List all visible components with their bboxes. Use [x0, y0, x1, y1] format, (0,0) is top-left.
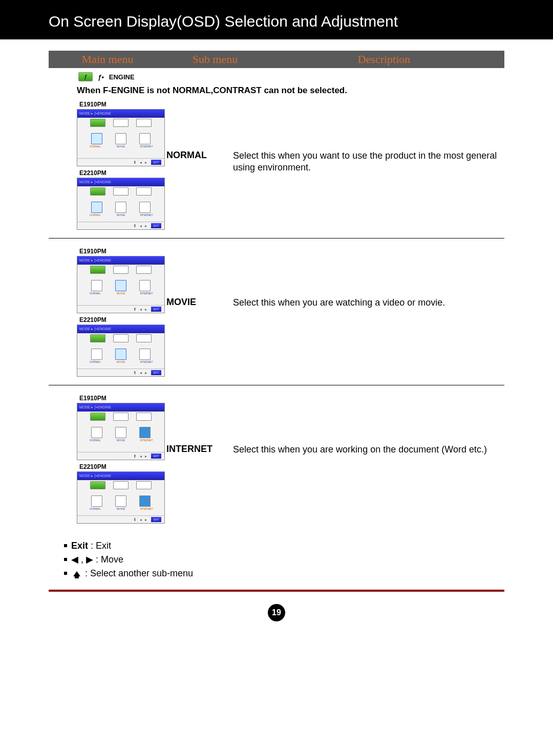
exit-button-icon: EXIT	[151, 160, 161, 165]
desc-internet: Select this when you are working on the …	[233, 393, 504, 456]
bullet-icon	[64, 558, 67, 561]
osd-tab-icon	[113, 413, 129, 421]
osd-icon-label: INTERNET	[139, 439, 154, 442]
osd-mode-icon	[139, 349, 151, 360]
nav-arrows-icon: ⬆ ◂ ▸	[133, 160, 148, 165]
osd-mode-icon	[91, 202, 102, 213]
osd-tab-icon	[113, 119, 129, 127]
osd-tab-icon	[113, 187, 129, 196]
osd-screenshot: MODE ▸ ƒ•ENGINE NORMALMOVIEINTERNET ⬆ ◂ …	[77, 471, 165, 524]
exit-button-icon: EXIT	[151, 370, 161, 375]
osd-mode-icon	[139, 427, 151, 438]
bullet-icon	[64, 544, 67, 547]
nav-arrows-icon: ⬆ ◂ ▸	[133, 517, 148, 522]
engine-prefix: ƒ•	[98, 73, 104, 81]
exit-button-icon: EXIT	[151, 223, 161, 228]
model-label: E1910PM	[79, 248, 166, 255]
table-header: Main menu Sub menu Description	[49, 51, 504, 68]
osd-icon-label: NORMAL	[88, 507, 102, 510]
osd-tab-icon	[136, 119, 152, 127]
osd-breadcrumb: MODE ▸ ƒ•ENGINE	[77, 110, 164, 118]
page-number: 19	[268, 604, 285, 621]
model-label: E2210PM	[79, 169, 166, 177]
submenu-movie: MOVIE	[166, 246, 233, 308]
osd-mode-icon	[115, 133, 126, 144]
osd-mode-icon	[115, 495, 126, 507]
osd-tab-icon	[90, 119, 105, 127]
submenu-internet: INTERNET	[166, 393, 233, 455]
nav-arrows-icon: ⬆ ◂ ▸	[133, 454, 148, 459]
submenu-normal: NORMAL	[166, 99, 233, 161]
osd-screenshot: MODE ▸ ƒ•ENGINE NORMALMOVIEINTERNET ⬆ ◂ …	[77, 109, 165, 166]
engine-indicator: ƒ ƒ• ENGINE	[49, 68, 504, 83]
osd-mode-icon	[139, 280, 151, 291]
model-label: E1910PM	[79, 101, 166, 108]
engine-label: ENGINE	[109, 73, 135, 81]
model-label: E2210PM	[79, 463, 166, 470]
osd-tab-icon	[90, 334, 105, 342]
osd-icon-label: MOVIE	[114, 439, 128, 442]
osd-tab-icon	[113, 266, 129, 274]
exit-button-icon: EXIT	[151, 307, 161, 312]
osd-tab-icon	[136, 481, 152, 489]
legend-exit-label: Exit	[71, 541, 88, 551]
model-label: E1910PM	[79, 395, 166, 402]
row-movie: E1910PM MODE ▸ ƒ•ENGINE NORMALMOVIEINTER…	[49, 246, 504, 385]
osd-icon-label: MOVIE	[114, 360, 128, 363]
desc-movie: Select this when you are watching a vide…	[233, 246, 504, 309]
osd-mode-icon	[115, 427, 126, 438]
osd-screenshot: MODE ▸ ƒ•ENGINE NORMALMOVIEINTERNET ⬆ ◂ …	[77, 178, 165, 230]
row-normal: E1910PM MODE ▸ ƒ•ENGINE NORMALMOVIEINTER…	[49, 99, 504, 239]
osd-tab-icon	[136, 187, 152, 196]
osd-icon-label: INTERNET	[139, 360, 154, 363]
osd-icon-label: MOVIE	[114, 145, 128, 148]
osd-screenshot: MODE ▸ ƒ•ENGINE NORMALMOVIEINTERNET ⬆ ◂ …	[77, 256, 165, 313]
col-description: Description	[264, 51, 504, 68]
osd-breadcrumb: MODE ▸ ƒ•ENGINE	[77, 472, 164, 480]
osd-tab-icon	[136, 334, 152, 342]
osd-mode-icon	[115, 280, 126, 291]
osd-screenshot: MODE ▸ ƒ•ENGINE NORMALMOVIEINTERNET ⬆ ◂ …	[77, 325, 165, 377]
osd-mode-icon	[91, 280, 102, 291]
osd-icon-label: INTERNET	[139, 145, 154, 148]
osd-tab-icon	[113, 334, 129, 342]
osd-icon-label: INTERNET	[139, 213, 154, 217]
osd-icon-label: MOVIE	[114, 507, 128, 510]
nav-arrows-icon: ⬆ ◂ ▸	[133, 307, 148, 312]
exit-button-icon: EXIT	[151, 517, 161, 522]
col-sub-menu: Sub menu	[166, 51, 264, 68]
osd-tab-icon	[136, 413, 152, 421]
osd-breadcrumb: MODE ▸ ƒ•ENGINE	[77, 403, 164, 412]
nav-arrows-icon: ⬆ ◂ ▸	[133, 371, 148, 375]
osd-tab-icon	[90, 266, 105, 274]
osd-mode-icon	[139, 133, 151, 144]
engine-badge-icon: ƒ	[78, 72, 93, 81]
home-icon	[73, 571, 80, 576]
osd-icon-label: NORMAL	[88, 292, 102, 295]
arrow-left-right-icon: ◀ , ▶	[71, 554, 93, 565]
osd-screenshot: MODE ▸ ƒ•ENGINE NORMALMOVIEINTERNET ⬆ ◂ …	[77, 403, 165, 460]
osd-icon-label: MOVIE	[114, 213, 128, 217]
col-main-menu: Main menu	[49, 51, 166, 68]
osd-mode-icon	[91, 349, 102, 360]
osd-icon-label: NORMAL	[88, 213, 102, 217]
nav-arrows-icon: ⬆ ◂ ▸	[133, 224, 148, 228]
bullet-icon	[64, 572, 67, 575]
row-internet: E1910PM MODE ▸ ƒ•ENGINE NORMALMOVIEINTER…	[49, 393, 504, 532]
model-label: E2210PM	[79, 316, 166, 323]
osd-breadcrumb: MODE ▸ ƒ•ENGINE	[77, 256, 164, 265]
legend-select: : Select another sub-menu	[82, 568, 193, 578]
desc-normal: Select this when you want to use the pro…	[233, 99, 504, 173]
osd-icon-label: NORMAL	[88, 439, 102, 442]
osd-mode-icon	[91, 495, 102, 507]
osd-icon-label: INTERNET	[139, 507, 154, 510]
divider	[49, 590, 504, 592]
legend-exit-desc: : Exit	[88, 541, 111, 551]
osd-mode-icon	[91, 133, 102, 144]
osd-icon-label: MOVIE	[114, 292, 128, 295]
exit-button-icon: EXIT	[151, 453, 161, 459]
engine-note: When F-ENGINE is not NORMAL,CONTRAST can…	[49, 83, 504, 99]
legend-move: : Move	[93, 554, 123, 565]
osd-breadcrumb: MODE ▸ ƒ•ENGINE	[77, 325, 164, 333]
osd-mode-icon	[91, 427, 102, 438]
